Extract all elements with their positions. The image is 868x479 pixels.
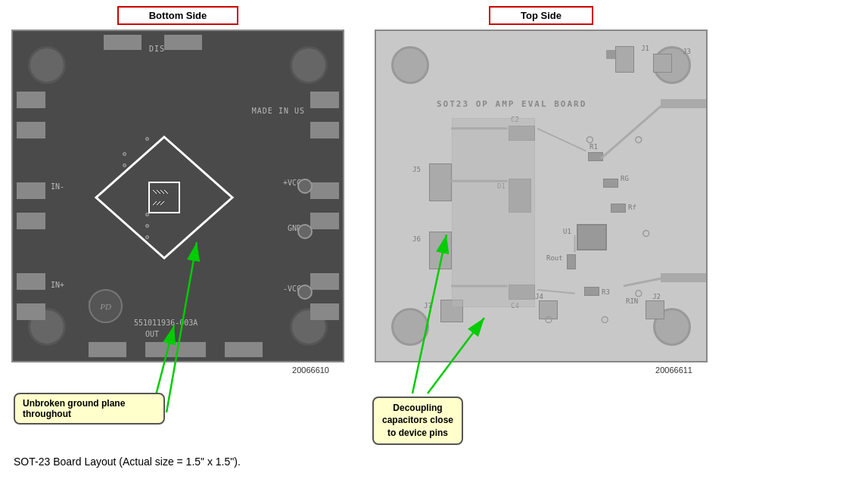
svg-line-6 <box>153 201 157 205</box>
pad-left-5 <box>17 273 45 290</box>
pad-left-3 <box>17 182 45 199</box>
caption: SOT-23 Board Layout (Actual size = 1.5" … <box>14 456 241 468</box>
pad-left-1 <box>17 92 45 108</box>
svg-line-13 <box>601 106 661 158</box>
top-board: SOT23 OP AMP EVAL BOARD J1 J3 J5 J6 J7 <box>375 30 708 362</box>
svg-rect-1 <box>149 182 179 213</box>
svg-line-8 <box>160 201 164 205</box>
svg-point-22 <box>602 317 608 323</box>
pad-bottom-3 <box>225 342 263 357</box>
svg-point-17 <box>586 137 593 143</box>
bottom-board: DIS MADE IN US +VCC GND IN- IN+ -VCC UL9… <box>11 30 344 362</box>
via-2 <box>123 163 126 167</box>
corner-circle-tl <box>28 46 66 84</box>
pcb-text-serial: 551011936-003A <box>134 319 198 327</box>
pcb-text-madein: MADE IN US <box>252 107 305 115</box>
vcc-neg-circle <box>297 285 313 300</box>
svg-line-16 <box>537 290 575 294</box>
svg-marker-0 <box>96 137 232 258</box>
vcc-circle-top <box>297 179 313 194</box>
svg-point-20 <box>636 291 642 297</box>
via-3 <box>145 213 149 216</box>
svg-line-14 <box>624 278 661 286</box>
pad-right-5 <box>310 273 339 290</box>
left-callout: Unbroken ground plane throughout <box>14 393 165 425</box>
svg-point-21 <box>546 317 552 323</box>
via-4 <box>145 224 149 228</box>
svg-line-4 <box>160 190 164 194</box>
pad-right-3 <box>310 182 339 199</box>
svg-line-5 <box>164 190 168 194</box>
via-6 <box>145 137 149 141</box>
svg-line-7 <box>157 201 160 205</box>
pad-bottom-1 <box>89 342 126 357</box>
via-1 <box>123 152 126 156</box>
right-callout: Decoupling capacitors close to device pi… <box>372 397 463 445</box>
pcb-text-in-pos: IN+ <box>51 281 64 289</box>
left-board-number: 20066610 <box>292 365 329 375</box>
pcb-traces <box>376 31 706 361</box>
pad-right-2 <box>310 122 339 138</box>
center-chip-diamond <box>89 129 240 266</box>
left-board-title: Bottom Side <box>117 6 239 25</box>
pad-top-2 <box>164 35 202 50</box>
rd-circle: PD <box>89 289 123 323</box>
svg-line-3 <box>157 190 160 194</box>
via-5 <box>145 235 149 239</box>
svg-line-2 <box>153 190 157 194</box>
pcb-text-in-neg: IN- <box>51 182 64 191</box>
svg-point-19 <box>643 231 649 237</box>
gnd-circle <box>297 224 313 239</box>
pad-right-6 <box>310 303 339 320</box>
pcb-text-dis: DIS <box>149 45 165 53</box>
right-board-number: 20066611 <box>655 365 692 375</box>
pad-right-1 <box>310 92 339 108</box>
pad-left-4 <box>17 213 45 229</box>
svg-point-18 <box>636 137 642 143</box>
pad-left-6 <box>17 303 45 320</box>
pad-bottom-2 <box>145 342 206 357</box>
right-board-title: Top Side <box>489 6 593 25</box>
corner-circle-tr <box>290 46 328 84</box>
svg-line-12 <box>537 129 586 151</box>
pcb-text-out: OUT <box>145 330 159 338</box>
pad-top-1 <box>104 35 142 50</box>
pad-left-2 <box>17 122 45 138</box>
pad-right-4 <box>310 213 339 229</box>
